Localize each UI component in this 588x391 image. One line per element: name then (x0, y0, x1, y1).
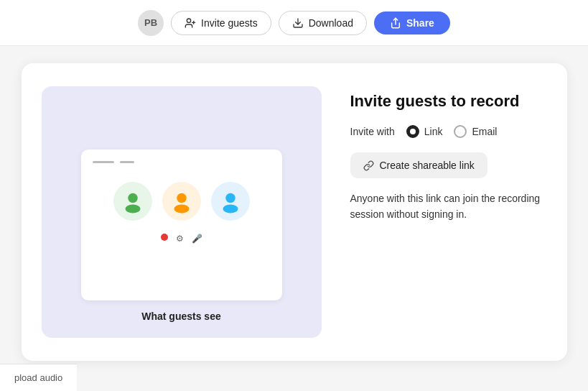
preview-inner: ⚙ 🎤 (81, 150, 282, 300)
radio-email-option[interactable]: Email (454, 125, 497, 138)
radio-link-option[interactable]: Link (406, 125, 443, 138)
invite-guests-label: Invite guests (201, 17, 258, 29)
preview-line-2 (120, 161, 134, 163)
avatar-green-icon (120, 188, 146, 214)
user-avatar[interactable]: PB (138, 10, 164, 36)
info-panel: Invite guests to record Invite with Link… (350, 86, 544, 338)
svg-point-7 (177, 193, 187, 203)
svg-point-5 (128, 193, 138, 203)
svg-point-10 (223, 205, 238, 213)
bottom-tab-label: pload audio (14, 372, 62, 383)
avatar-blue-icon (218, 188, 243, 214)
avatar-orange (162, 182, 201, 221)
invite-guests-icon (185, 17, 196, 29)
info-description: Anyone with this link can join the recor… (350, 191, 544, 222)
info-title: Invite guests to record (350, 92, 544, 111)
download-button[interactable]: Download (279, 11, 367, 35)
svg-point-8 (174, 205, 189, 213)
settings-gear-icon: ⚙ (175, 234, 185, 244)
avatars-row (113, 182, 250, 221)
preview-topbar (93, 161, 271, 163)
microphone-icon: 🎤 (192, 234, 202, 244)
invite-card: ⚙ 🎤 What guests see Invite guests to rec… (22, 63, 567, 361)
preview-controls: ⚙ 🎤 (161, 234, 202, 244)
avatar-orange-icon (169, 188, 195, 214)
preview-panel: ⚙ 🎤 What guests see (42, 86, 322, 338)
download-label: Download (309, 17, 353, 29)
avatar-green (113, 182, 152, 221)
preview-line-1 (93, 161, 114, 163)
share-label: Share (406, 17, 434, 29)
topbar: PB Invite guests Download (0, 0, 588, 46)
share-icon (390, 17, 401, 29)
create-link-label: Create shareable link (380, 160, 475, 171)
svg-point-9 (225, 193, 235, 203)
radio-link-label: Link (424, 126, 443, 137)
radio-link-outer (406, 125, 419, 138)
bottom-tab: pload audio (0, 364, 77, 391)
avatar-blue (211, 182, 250, 221)
share-button[interactable]: Share (374, 12, 450, 34)
invite-with-row: Invite with Link Email (350, 125, 544, 138)
invite-with-label: Invite with (350, 126, 395, 137)
invite-guests-button[interactable]: Invite guests (171, 11, 271, 35)
bottom-tab-text: pload audio (14, 372, 62, 383)
main-content: ⚙ 🎤 What guests see Invite guests to rec… (0, 46, 588, 361)
radio-email-label: Email (472, 126, 497, 137)
link-icon (363, 160, 374, 171)
svg-point-0 (187, 19, 190, 22)
radio-email-outer (454, 125, 467, 138)
record-dot (161, 234, 168, 241)
preview-label: What guests see (141, 310, 220, 322)
download-icon (292, 17, 304, 29)
create-shareable-link-button[interactable]: Create shareable link (350, 152, 487, 178)
svg-point-6 (125, 205, 140, 213)
radio-link-inner (410, 129, 416, 134)
